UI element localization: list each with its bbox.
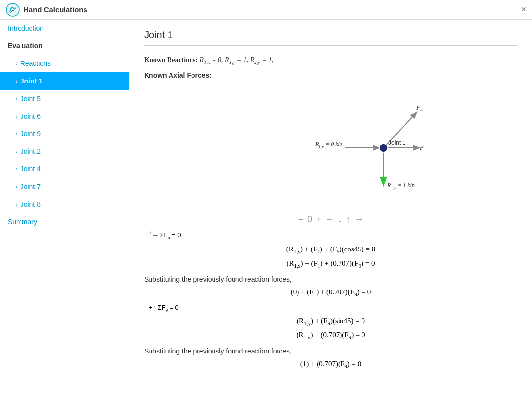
sidebar-item-joint4[interactable]: › Joint 4 <box>0 160 129 178</box>
svg-text:Joint 1: Joint 1 <box>388 139 406 146</box>
sidebar: Introduction Evaluation › Reactions › Jo… <box>0 20 129 415</box>
diagram-controls: − 0 + ← ↓ ↑ → <box>144 214 517 225</box>
sidebar-item-reactions[interactable]: › Reactions <box>0 55 129 72</box>
joint-diagram: R1,x = 0 kip F F9 R1,y = 1 kip Joint 1 <box>194 89 468 202</box>
eq-fx-1: (R1,x) + (F1) + (F9)(cos45) = 0 <box>144 245 517 254</box>
sidebar-item-joint5[interactable]: › Joint 5 <box>0 90 129 107</box>
sidebar-item-joint8-label: Joint 8 <box>21 200 41 208</box>
eq-fy-3: (1) + (0.707)(F9) = 0 <box>144 360 517 369</box>
sidebar-item-joint9[interactable]: › Joint 9 <box>0 125 129 143</box>
joint4-chevron: › <box>16 166 18 172</box>
sidebar-item-summary[interactable]: Summary <box>0 213 129 230</box>
joint6-chevron: › <box>16 113 18 119</box>
known-reactions-label: Known Reactions: R1,x = 0, R1,y = 1, R2,… <box>144 56 274 63</box>
ctrl-minus[interactable]: − <box>298 214 303 225</box>
sidebar-item-joint7[interactable]: › Joint 7 <box>0 178 129 195</box>
sidebar-item-summary-label: Summary <box>8 218 37 226</box>
known-axial-line: Known Axial Forces: <box>144 69 517 82</box>
ctrl-zero[interactable]: 0 <box>307 214 312 225</box>
substituting-text-1: Substituting the previously found reacti… <box>144 275 517 283</box>
skyciv-logo <box>6 3 20 17</box>
svg-text:R1,x = 0 kip: R1,x = 0 kip <box>315 141 342 149</box>
eq-fy-2: (R1,y) + (0.707)(F9) = 0 <box>144 331 517 340</box>
eq-fx-3: (0) + (F1) + (0.707)(F9) = 0 <box>144 288 517 297</box>
title-bar: Hand Calculations × <box>0 0 532 20</box>
ctrl-down[interactable]: ↓ <box>338 214 342 225</box>
sidebar-item-joint1[interactable]: › Joint 1 <box>0 72 129 90</box>
sidebar-item-joint2[interactable]: › Joint 2 <box>0 143 129 160</box>
app-title: Hand Calculations <box>23 5 87 14</box>
sidebar-item-evaluation-label: Evaluation <box>8 42 43 50</box>
page-title: Joint 1 <box>144 29 517 46</box>
ctrl-plus[interactable]: + <box>316 214 321 225</box>
main-layout: Introduction Evaluation › Reactions › Jo… <box>0 20 532 415</box>
close-button[interactable]: × <box>521 4 526 15</box>
title-bar-left: Hand Calculations <box>6 3 87 17</box>
joint1-chevron: › <box>16 78 18 84</box>
sidebar-item-evaluation: Evaluation <box>0 37 129 55</box>
svg-point-9 <box>379 144 388 152</box>
sidebar-item-joint8[interactable]: › Joint 8 <box>0 195 129 213</box>
joint2-chevron: › <box>16 148 18 154</box>
known-reactions-line: Known Reactions: R1,x = 0, R1,y = 1, R2,… <box>144 54 517 67</box>
content-area: Joint 1 Known Reactions: R1,x = 0, R1,y … <box>129 20 532 415</box>
diagram-container: R1,x = 0 kip F F9 R1,y = 1 kip Joint 1 <box>194 89 468 207</box>
substituting-text-2: Substituting the previously found reacti… <box>144 347 517 355</box>
sidebar-item-joint9-label: Joint 9 <box>21 130 41 138</box>
sidebar-item-joint2-label: Joint 2 <box>21 147 41 155</box>
sidebar-item-joint1-label: Joint 1 <box>21 77 43 85</box>
sidebar-item-joint6-label: Joint 6 <box>21 112 41 120</box>
svg-text:R1,y = 1 kip: R1,y = 1 kip <box>387 182 415 190</box>
svg-text:F9: F9 <box>416 104 423 113</box>
sidebar-item-joint5-label: Joint 5 <box>21 95 41 103</box>
sidebar-item-joint6[interactable]: › Joint 6 <box>0 107 129 125</box>
sidebar-item-reactions-label: Reactions <box>21 60 51 67</box>
ctrl-right[interactable]: → <box>355 214 363 225</box>
ctrl-left[interactable]: ← <box>325 214 334 225</box>
eq-fx-2: (R1,x) + (F1) + (0.707)(F9) = 0 <box>144 259 517 269</box>
joint9-chevron: › <box>16 131 18 137</box>
sidebar-item-introduction-label: Introduction <box>8 24 43 32</box>
sidebar-item-joint7-label: Joint 7 <box>21 183 41 190</box>
sidebar-item-joint4-label: Joint 4 <box>21 165 41 173</box>
joint5-chevron: › <box>16 96 18 102</box>
eq-fy-1: (R1,y) + (F9)(sin45) = 0 <box>144 317 517 326</box>
svg-point-0 <box>6 3 19 16</box>
joint7-chevron: › <box>16 184 18 189</box>
ctrl-up[interactable]: ↑ <box>346 214 351 225</box>
fy-header: +↑ ΣFy = 0 <box>144 303 517 312</box>
fx-header: +→ ΣFx = 0 <box>144 230 517 240</box>
joint8-chevron: › <box>16 201 18 207</box>
svg-text:F: F <box>419 144 424 151</box>
reactions-chevron: › <box>16 61 18 66</box>
sidebar-item-introduction[interactable]: Introduction <box>0 20 129 37</box>
